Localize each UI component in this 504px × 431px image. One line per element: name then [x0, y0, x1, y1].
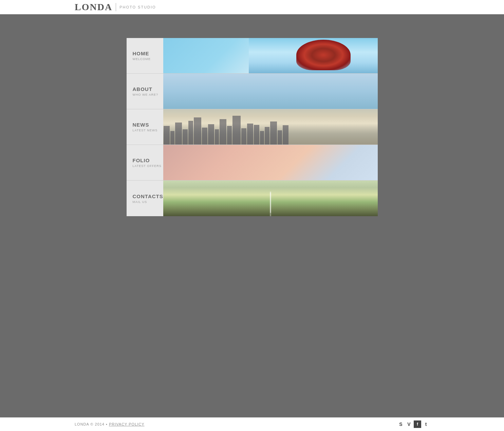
menu-title-contacts: CONTACTS [133, 193, 163, 199]
facebook-icon[interactable]: f [414, 420, 421, 428]
menu-label-news[interactable]: NEWS LATEST NEWS [127, 109, 163, 145]
footer: LONDA © 2014 • PRIVACY POLICY S V f t [0, 417, 504, 431]
menu-subtitle-about: WHO WE ARE? [133, 93, 163, 96]
menu-grid: HOME WELCOME ABOUT WHO WE ARE? NEWS LATE… [127, 38, 378, 216]
menu-row-contacts[interactable]: CONTACTS MAIL US [127, 181, 378, 216]
menu-label-home[interactable]: HOME WELCOME [127, 38, 163, 73]
menu-subtitle-news: LATEST NEWS [133, 129, 163, 132]
menu-subtitle-contacts: MAIL US [133, 200, 163, 204]
menu-title-home: HOME [133, 51, 163, 56]
footer-copyright: LONDA © 2014 • [75, 422, 108, 426]
menu-label-contacts[interactable]: CONTACTS MAIL US [127, 181, 163, 216]
twitter-icon[interactable]: t [423, 421, 429, 428]
skype-icon[interactable]: S [397, 421, 404, 428]
menu-row-folio[interactable]: FOLIO LATEST OFFERS [127, 145, 378, 181]
menu-label-about[interactable]: ABOUT WHO WE ARE? [127, 74, 163, 109]
logo-subtitle: PHOTO STUDIO [119, 5, 156, 9]
menu-title-news: NEWS [133, 122, 163, 128]
logo-divider [116, 3, 116, 11]
main-content: HOME WELCOME ABOUT WHO WE ARE? NEWS LATE… [0, 14, 504, 216]
menu-row-about[interactable]: ABOUT WHO WE ARE? [127, 74, 378, 109]
menu-image-contacts [163, 181, 378, 216]
menu-subtitle-home: WELCOME [133, 57, 163, 61]
menu-row-home[interactable]: HOME WELCOME [127, 38, 378, 74]
vimeo-icon[interactable]: V [406, 421, 412, 428]
footer-left: LONDA © 2014 • PRIVACY POLICY [75, 422, 145, 426]
menu-title-about: ABOUT [133, 86, 163, 92]
menu-image-about [163, 74, 378, 109]
menu-image-home [163, 38, 378, 73]
logo-brand: LONDA [75, 2, 112, 13]
menu-title-folio: FOLIO [133, 157, 163, 163]
menu-subtitle-folio: LATEST OFFERS [133, 164, 163, 168]
footer-right: S V f t [397, 420, 429, 428]
menu-image-news [163, 109, 378, 145]
header: LONDA PHOTO STUDIO [0, 0, 504, 14]
road-line [270, 192, 271, 213]
menu-row-news[interactable]: NEWS LATEST NEWS [127, 109, 378, 145]
privacy-policy-link[interactable]: PRIVACY POLICY [109, 422, 145, 426]
menu-image-folio [163, 145, 378, 180]
city-shapes [163, 121, 378, 145]
menu-label-folio[interactable]: FOLIO LATEST OFFERS [127, 145, 163, 180]
